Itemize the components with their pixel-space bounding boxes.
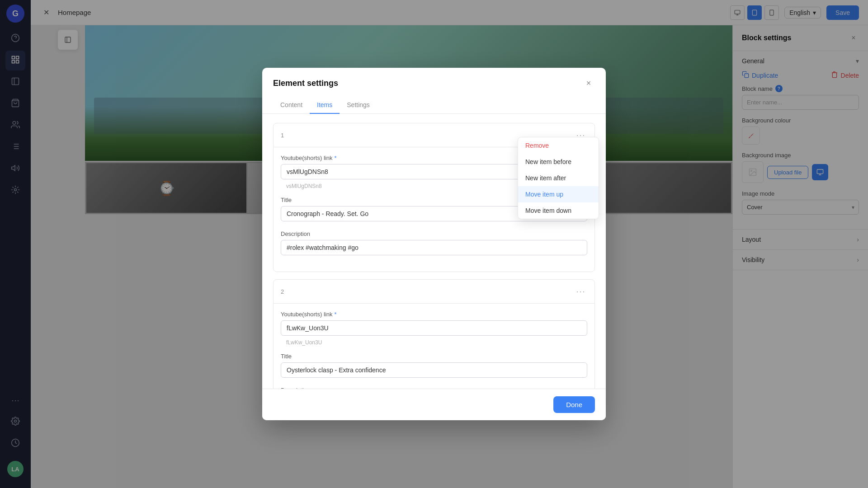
- item-2-youtube-input[interactable]: [281, 320, 587, 336]
- item-1-header: 1 ··· Remove New item before New item af…: [274, 123, 594, 147]
- modal-header: Element settings ×: [262, 68, 606, 89]
- tab-settings[interactable]: Settings: [340, 97, 377, 114]
- item-2-youtube-hint: fLwKw_Uon3U: [281, 338, 587, 346]
- item-1-desc-group: Description: [281, 230, 587, 257]
- required-star: *: [334, 155, 336, 161]
- context-menu-remove[interactable]: Remove: [518, 137, 599, 154]
- item-2-title-input[interactable]: [281, 362, 587, 378]
- context-menu: Remove New item before New item after Mo…: [518, 137, 599, 219]
- modal-overlay[interactable]: Element settings × Content Items Setting…: [0, 0, 868, 488]
- item-2-title-label: Title: [281, 353, 587, 360]
- item-2-header: 2 ···: [274, 280, 594, 304]
- context-menu-move-down[interactable]: Move item down: [518, 202, 599, 219]
- item-1-desc-input[interactable]: [281, 240, 587, 255]
- item-1-number: 1: [281, 132, 284, 139]
- item-2-youtube-label: Youtube(shorts) link *: [281, 311, 587, 318]
- modal-footer: Done: [262, 389, 606, 420]
- item-card-1: 1 ··· Remove New item before New item af…: [273, 123, 595, 272]
- required-star: *: [334, 311, 336, 318]
- item-2-menu-button[interactable]: ···: [575, 285, 587, 298]
- done-button[interactable]: Done: [553, 396, 595, 413]
- tab-items[interactable]: Items: [310, 97, 340, 114]
- item-1-desc-label: Description: [281, 230, 587, 237]
- tab-content[interactable]: Content: [273, 97, 310, 114]
- modal-close-button[interactable]: ×: [582, 77, 595, 89]
- modal-title: Element settings: [273, 79, 338, 88]
- item-2-youtube-group: Youtube(shorts) link * fLwKw_Uon3U: [281, 311, 587, 346]
- three-dots-icon: ···: [576, 287, 585, 296]
- context-menu-new-before[interactable]: New item before: [518, 154, 599, 170]
- close-icon: ×: [586, 79, 591, 88]
- item-2-title-group: Title: [281, 353, 587, 380]
- element-settings-modal: Element settings × Content Items Setting…: [262, 68, 606, 420]
- context-menu-new-after[interactable]: New item after: [518, 170, 599, 186]
- modal-tabs: Content Items Settings: [262, 97, 606, 114]
- context-menu-move-up[interactable]: Move item up: [518, 186, 599, 202]
- modal-body: 1 ··· Remove New item before New item af…: [262, 114, 606, 420]
- item-2-number: 2: [281, 288, 284, 295]
